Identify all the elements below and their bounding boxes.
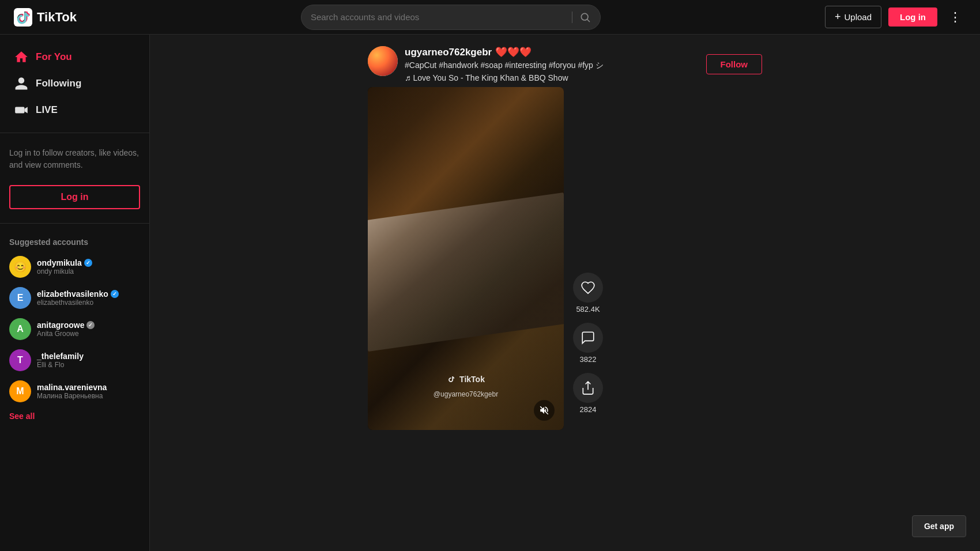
header: TikTok + Upload Log in ⋮ bbox=[0, 0, 980, 35]
watermark-brand: TikTok bbox=[459, 375, 485, 384]
home-icon bbox=[14, 50, 29, 65]
video-post: ugyarneo762kgebr ❤️❤️❤️ #CapCut #handwor… bbox=[363, 46, 767, 430]
search-input[interactable] bbox=[311, 12, 565, 22]
get-app-button[interactable]: Get app bbox=[912, 515, 966, 537]
svg-rect-2 bbox=[15, 107, 24, 114]
account-info-thelefamily: _thelefamily Elli & Flo bbox=[37, 352, 84, 369]
comment-count: 3822 bbox=[580, 355, 597, 364]
video-player[interactable]: TikTok @ugyarneo762kgebr bbox=[368, 87, 564, 430]
share-icon bbox=[581, 380, 595, 395]
account-name-elizabethvasilenko: elizabethvasilenko ✓ bbox=[37, 289, 119, 299]
mute-icon bbox=[539, 405, 549, 416]
live-icon bbox=[14, 103, 29, 118]
sidebar-item-following[interactable]: Following bbox=[5, 70, 145, 97]
share-button[interactable] bbox=[573, 373, 603, 403]
post-song: ♬ Love You So - The King Khan & BBQ Show bbox=[405, 73, 699, 82]
account-info-anitagroowe: anitagroowe ✓ Anita Groowe bbox=[37, 320, 95, 338]
sidebar-item-following-label: Following bbox=[36, 78, 81, 89]
account-info-ondymikula: ondymikula ✓ ondy mikula bbox=[37, 258, 92, 276]
verified-badge-ondymikula: ✓ bbox=[84, 259, 92, 267]
login-button[interactable]: Log in bbox=[888, 7, 937, 27]
avatar-elizabethvasilenko: E bbox=[9, 287, 31, 309]
post-header: ugyarneo762kgebr ❤️❤️❤️ #CapCut #handwor… bbox=[363, 46, 767, 82]
upload-label: Upload bbox=[844, 12, 872, 22]
logo-text: TikTok bbox=[37, 10, 77, 25]
avatar-ondymikula: 😊 bbox=[9, 256, 31, 278]
post-meta: ugyarneo762kgebr ❤️❤️❤️ #CapCut #handwor… bbox=[405, 46, 699, 82]
sidebar-item-for-you[interactable]: For You bbox=[5, 44, 145, 70]
post-caption: #CapCut #handwork #soap #interesting #fo… bbox=[405, 61, 699, 71]
mute-button[interactable] bbox=[534, 400, 555, 421]
avatar-thelefamily: T bbox=[9, 349, 31, 371]
avatar-anitagroowe: A bbox=[9, 318, 31, 340]
watermark-handle: @ugyarneo762kgebr bbox=[434, 390, 498, 398]
main-layout: For You Following LIVE bbox=[0, 35, 980, 551]
sidebar-item-live-label: LIVE bbox=[36, 104, 58, 116]
video-watermark: TikTok bbox=[447, 375, 485, 384]
video-feed: ugyarneo762kgebr ❤️❤️❤️ #CapCut #handwor… bbox=[363, 46, 767, 539]
hearts-emoji: ❤️❤️❤️ bbox=[495, 46, 532, 58]
account-name-ondymikula: ondymikula ✓ bbox=[37, 258, 92, 267]
video-knife-visual bbox=[368, 193, 564, 352]
post-username: ugyarneo762kgebr ❤️❤️❤️ bbox=[405, 46, 699, 58]
account-name-anitagroowe: anitagroowe ✓ bbox=[37, 320, 95, 330]
logo-link[interactable]: TikTok bbox=[14, 8, 77, 27]
sidebar-account-malina[interactable]: М malina.varenievna Малина Вареньевна bbox=[0, 376, 149, 407]
account-handle-ondymikula: ondy mikula bbox=[37, 267, 92, 276]
search-bar[interactable] bbox=[301, 5, 601, 30]
verified-badge-elizabethvasilenko: ✓ bbox=[111, 290, 119, 298]
sidebar-login-button[interactable]: Log in bbox=[9, 185, 140, 209]
search-icon bbox=[579, 12, 591, 23]
sidebar-account-thelefamily[interactable]: T _thelefamily Elli & Flo bbox=[0, 345, 149, 376]
music-note-icon: ♬ bbox=[405, 73, 411, 82]
see-all-link[interactable]: See all bbox=[0, 407, 149, 425]
watermark-tiktok-icon bbox=[447, 375, 456, 384]
search-button[interactable] bbox=[579, 12, 591, 23]
avatar-malina: М bbox=[9, 380, 31, 402]
comment-icon bbox=[581, 330, 595, 345]
account-name-thelefamily: _thelefamily bbox=[37, 352, 84, 361]
sidebar-item-for-you-label: For You bbox=[36, 51, 72, 63]
header-actions: + Upload Log in ⋮ bbox=[825, 6, 966, 28]
comment-button[interactable] bbox=[573, 323, 603, 353]
avatar-image bbox=[368, 46, 398, 76]
suggested-accounts-title: Suggested accounts bbox=[0, 233, 149, 251]
account-info-elizabethvasilenko: elizabethvasilenko ✓ elizabethvasilenko bbox=[37, 289, 119, 307]
account-handle-malina: Малина Вареньевна bbox=[37, 392, 107, 400]
sidebar-item-live[interactable]: LIVE bbox=[5, 97, 145, 123]
sidebar-account-ondymikula[interactable]: 😊 ondymikula ✓ ondy mikula bbox=[0, 251, 149, 282]
login-prompt-text: Log in to follow creators, like videos, … bbox=[0, 142, 149, 180]
account-handle-anitagroowe: Anita Groowe bbox=[37, 330, 95, 338]
verified-badge-anitagroowe: ✓ bbox=[86, 321, 95, 329]
follow-button[interactable]: Follow bbox=[706, 54, 763, 74]
video-actions: 582.4K 3822 bbox=[573, 87, 603, 430]
like-button[interactable] bbox=[573, 273, 603, 303]
post-avatar[interactable] bbox=[368, 46, 398, 76]
sidebar: For You Following LIVE bbox=[0, 35, 150, 551]
upload-button[interactable]: + Upload bbox=[825, 6, 881, 28]
tiktok-logo-icon bbox=[14, 8, 32, 27]
more-options-button[interactable]: ⋮ bbox=[944, 7, 966, 27]
account-handle-elizabethvasilenko: elizabethvasilenko bbox=[37, 299, 119, 307]
account-info-malina: malina.varenievna Малина Вареньевна bbox=[37, 383, 107, 400]
sidebar-account-elizabethvasilenko[interactable]: E elizabethvasilenko ✓ elizabethvasilenk… bbox=[0, 282, 149, 314]
account-name-malina: malina.varenievna bbox=[37, 383, 107, 392]
video-container: TikTok @ugyarneo762kgebr bbox=[363, 87, 767, 430]
sidebar-nav: For You Following LIVE bbox=[0, 44, 149, 123]
song-name: Love You So - The King Khan & BBQ Show bbox=[413, 73, 568, 82]
content-area: ugyarneo762kgebr ❤️❤️❤️ #CapCut #handwor… bbox=[150, 35, 980, 551]
upload-plus-icon: + bbox=[835, 11, 841, 23]
share-count: 2824 bbox=[580, 405, 597, 414]
account-handle-thelefamily: Elli & Flo bbox=[37, 361, 84, 369]
sidebar-account-anitagroowe[interactable]: A anitagroowe ✓ Anita Groowe bbox=[0, 314, 149, 345]
heart-icon bbox=[581, 280, 595, 295]
following-icon bbox=[14, 76, 29, 91]
sidebar-divider-1 bbox=[0, 133, 149, 133]
like-count: 582.4K bbox=[576, 305, 600, 314]
sidebar-divider-2 bbox=[0, 223, 149, 224]
search-divider bbox=[572, 12, 572, 23]
